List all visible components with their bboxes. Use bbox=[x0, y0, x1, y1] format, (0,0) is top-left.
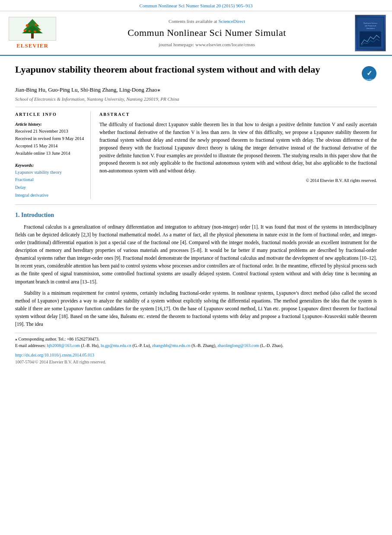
elsevier-logo-block: ELSEVIER bbox=[4, 15, 61, 51]
elsevier-tree-logo bbox=[9, 17, 56, 41]
article-history-block: Article history: Received 21 November 20… bbox=[15, 121, 86, 157]
tree-svg bbox=[9, 17, 56, 41]
footnote-section: ⁎ Corresponding author. Tel.: +86 152627… bbox=[15, 333, 377, 365]
keyword-3: Delay bbox=[15, 184, 86, 191]
intro-heading: 1. Introduction bbox=[15, 211, 377, 220]
top-reference-bar: Commun Nonlinear Sci Numer Simulat 20 (2… bbox=[0, 0, 392, 11]
svg-rect-1 bbox=[31, 33, 34, 38]
svg-text:and Numerical: and Numerical bbox=[365, 25, 376, 27]
received-revised: Received in revised form 9 May 2014 bbox=[15, 135, 86, 143]
book-cover: Nonlinear Science and Numerical Simulati… bbox=[353, 15, 388, 51]
person-4: (L.-D. Zhao). bbox=[260, 343, 284, 348]
authors-line: Jian-Bing Hu, Guo-Ping Lu, Shi-Bing Zhan… bbox=[15, 86, 377, 94]
affiliation-line: School of Electronics & Information, Nan… bbox=[15, 96, 377, 102]
keywords-label: Keywords: bbox=[15, 162, 86, 169]
sciencedirect-link[interactable]: ScienceDirect bbox=[218, 19, 245, 24]
crossmark-icon: ✓ CrossMark bbox=[361, 66, 377, 81]
abstract-column: ABSTRACT The difficulty of fractional di… bbox=[99, 111, 377, 199]
svg-point-9 bbox=[29, 30, 30, 32]
journal-homepage: journal homepage: www.elsevier.com/locat… bbox=[65, 41, 349, 48]
two-col-section: ARTICLE INFO Article history: Received 2… bbox=[15, 111, 377, 199]
journal-reference: Commun Nonlinear Sci Numer Simulat 20 (2… bbox=[140, 3, 253, 8]
svg-text:✓: ✓ bbox=[367, 70, 372, 77]
person-2: (G.-P. Lu), bbox=[132, 343, 152, 348]
received-1: Received 21 November 2013 bbox=[15, 128, 86, 135]
journal-title: Commun Nonlinear Sci Numer Simulat bbox=[65, 26, 349, 40]
svg-point-8 bbox=[38, 29, 40, 31]
journal-header: ELSEVIER Contents lists available at Sci… bbox=[0, 11, 392, 56]
abstract-heading: ABSTRACT bbox=[99, 111, 377, 118]
email-4[interactable]: zhaolinglong@163.com bbox=[217, 343, 259, 348]
person-1: (J.-B. Hu), bbox=[81, 343, 101, 348]
introduction-section: 1. Introduction Fractional calculus is a… bbox=[15, 211, 377, 328]
book-cover-svg: Nonlinear Science and Numerical Simulati… bbox=[357, 15, 384, 51]
svg-point-6 bbox=[35, 23, 37, 25]
person-3: (S.-B. Zhang), bbox=[191, 343, 217, 348]
intro-paragraph-1: Fractional calculus is a generalization … bbox=[15, 223, 377, 286]
doi-line[interactable]: http://dx.doi.org/10.1016/j.cnsns.2014.0… bbox=[15, 352, 377, 358]
email-1[interactable]: hjb2008@163.com bbox=[47, 343, 80, 348]
journal-center-info: Contents lists available at ScienceDirec… bbox=[65, 15, 349, 51]
svg-text:Nonlinear Science: Nonlinear Science bbox=[363, 22, 378, 24]
article-content: Lyapunov stability theorem about fractio… bbox=[0, 56, 392, 365]
sciencedirect-line: Contents lists available at ScienceDirec… bbox=[65, 18, 349, 25]
accepted: Accepted 15 May 2014 bbox=[15, 143, 86, 150]
svg-point-5 bbox=[26, 24, 29, 27]
svg-point-10 bbox=[34, 30, 36, 32]
email-2[interactable]: lu.gp@ntu.edu.cn bbox=[101, 343, 131, 348]
svg-point-7 bbox=[24, 29, 26, 32]
copyright-line: © 2014 Elsevier B.V. All rights reserved… bbox=[99, 178, 377, 184]
article-history-label: Article history: bbox=[15, 121, 86, 128]
footnote-corresponding: ⁎ Corresponding author. Tel.: +86 152627… bbox=[15, 336, 377, 342]
available-online: Available online 13 June 2014 bbox=[15, 150, 86, 157]
footnote-emails: E-mail addresses: hjb2008@163.com (J.-B.… bbox=[15, 342, 377, 349]
svg-text:CrossMark: CrossMark bbox=[364, 78, 375, 81]
divider-1 bbox=[15, 107, 377, 107]
article-title: Lyapunov stability theorem about fractio… bbox=[15, 64, 357, 76]
article-info-column: ARTICLE INFO Article history: Received 2… bbox=[15, 111, 91, 199]
article-info-heading: ARTICLE INFO bbox=[15, 111, 86, 118]
divider-2 bbox=[15, 204, 377, 205]
svg-text:Simulation: Simulation bbox=[366, 28, 375, 30]
email-3[interactable]: zhangshb@ntu.edu.cn bbox=[152, 343, 191, 348]
issn-line: 1007-5704/© 2014 Elsevier B.V. All right… bbox=[15, 359, 377, 365]
abstract-text: The difficulty of fractional direct Lyap… bbox=[99, 121, 377, 175]
book-cover-image: Nonlinear Science and Numerical Simulati… bbox=[355, 15, 386, 51]
article-title-section: Lyapunov stability theorem about fractio… bbox=[15, 56, 377, 86]
corresponding-star: ⁎ bbox=[157, 86, 160, 93]
keyword-1: Lyapunov stability theory bbox=[15, 169, 86, 176]
keyword-4: Integral derivative bbox=[15, 191, 86, 199]
keyword-2: Fractional bbox=[15, 176, 86, 184]
elsevier-brand-text: ELSEVIER bbox=[16, 42, 48, 50]
intro-paragraph-2: Stability is a minimum requirement for c… bbox=[15, 289, 377, 328]
svg-rect-16 bbox=[360, 32, 381, 47]
keywords-block: Keywords: Lyapunov stability theory Frac… bbox=[15, 162, 86, 199]
